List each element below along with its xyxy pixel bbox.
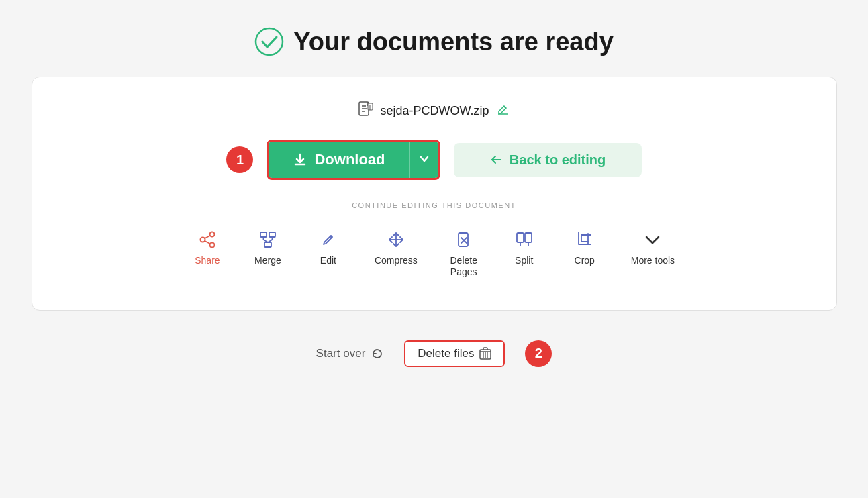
svg-point-0 <box>256 28 283 55</box>
crop-icon <box>575 230 595 250</box>
step-badge-2: 2 <box>525 340 552 367</box>
refresh-icon <box>371 347 384 360</box>
more-tools-icon <box>642 230 663 250</box>
tool-merge-label: Merge <box>254 255 281 266</box>
merge-icon <box>258 230 278 250</box>
tool-delete-pages[interactable]: Delete Pages <box>434 221 494 286</box>
file-name: sejda-PCDWOW.zip <box>380 104 489 118</box>
bottom-row: Start over Delete files 2 <box>316 340 552 367</box>
edit-icon <box>318 230 338 250</box>
arrow-left-icon <box>489 153 503 166</box>
svg-point-11 <box>209 232 214 237</box>
tool-compress-label: Compress <box>375 255 418 266</box>
main-card: sejda-PCDWOW.zip 1 Download <box>32 77 837 311</box>
tool-edit[interactable]: Edit <box>298 221 358 275</box>
tool-merge[interactable]: Merge <box>238 221 298 275</box>
split-icon <box>514 230 534 250</box>
tool-more-tools[interactable]: More tools <box>615 221 691 275</box>
svg-point-13 <box>200 238 205 242</box>
tool-split[interactable]: Split <box>494 221 554 275</box>
svg-line-14 <box>205 236 210 238</box>
continue-label: CONTINUE EDITING THIS DOCUMENT <box>59 201 810 209</box>
page-title-row: Your documents are ready <box>254 27 614 56</box>
file-row: sejda-PCDWOW.zip <box>59 101 810 121</box>
svg-rect-16 <box>260 232 267 237</box>
tool-crop[interactable]: Crop <box>554 221 615 275</box>
trash-icon <box>479 347 491 360</box>
svg-line-15 <box>205 241 210 244</box>
edit-file-link-icon[interactable] <box>496 103 510 119</box>
delete-files-button[interactable]: Delete files <box>405 342 503 366</box>
tools-row: Share Merge Edit <box>59 221 810 286</box>
download-button[interactable]: Download <box>269 142 409 178</box>
tool-crop-label: Crop <box>575 255 595 266</box>
download-label: Download <box>314 151 385 168</box>
tool-share[interactable]: Share <box>177 221 238 275</box>
tool-more-tools-label: More tools <box>631 255 675 266</box>
tool-delete-pages-label: Delete Pages <box>450 255 477 278</box>
svg-point-12 <box>209 243 214 248</box>
delete-files-label: Delete files <box>418 347 474 360</box>
tool-split-label: Split <box>515 255 533 266</box>
back-to-editing-button[interactable]: Back to editing <box>454 143 642 177</box>
page-title: Your documents are ready <box>293 28 614 56</box>
start-over-label: Start over <box>316 347 366 360</box>
tool-share-label: Share <box>195 255 220 266</box>
svg-rect-29 <box>517 233 524 242</box>
download-icon <box>293 152 307 167</box>
download-button-wrapper: Download <box>267 140 440 180</box>
share-icon <box>197 230 218 250</box>
check-circle-icon <box>254 27 284 56</box>
download-dropdown-button[interactable] <box>409 142 438 178</box>
start-over-button[interactable]: Start over <box>316 347 385 360</box>
tool-compress[interactable]: Compress <box>358 221 434 275</box>
step-badge-1: 1 <box>226 146 253 173</box>
delete-files-button-wrapper: Delete files <box>404 340 505 367</box>
compress-icon <box>386 230 406 250</box>
action-row: 1 Download Back to <box>59 140 810 180</box>
file-icon <box>358 101 373 121</box>
svg-rect-17 <box>269 232 275 237</box>
chevron-down-icon <box>420 154 429 164</box>
svg-rect-30 <box>525 233 532 242</box>
svg-rect-18 <box>264 242 271 247</box>
tool-edit-label: Edit <box>320 255 336 266</box>
delete-pages-icon <box>454 230 474 250</box>
back-to-editing-label: Back to editing <box>510 152 606 168</box>
